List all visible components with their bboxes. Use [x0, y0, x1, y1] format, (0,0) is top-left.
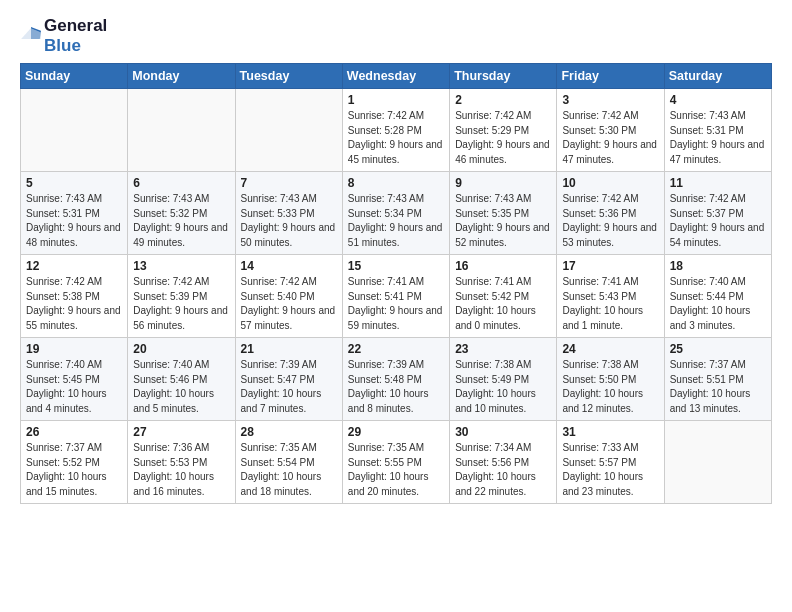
day-cell: 10Sunrise: 7:42 AMSunset: 5:36 PMDayligh… [557, 172, 664, 255]
day-number: 25 [670, 342, 766, 356]
day-number: 7 [241, 176, 337, 190]
weekday-header-row: SundayMondayTuesdayWednesdayThursdayFrid… [21, 64, 772, 89]
day-cell: 15Sunrise: 7:41 AMSunset: 5:41 PMDayligh… [342, 255, 449, 338]
day-cell: 8Sunrise: 7:43 AMSunset: 5:34 PMDaylight… [342, 172, 449, 255]
day-number: 4 [670, 93, 766, 107]
day-info: Sunrise: 7:36 AMSunset: 5:53 PMDaylight:… [133, 441, 229, 499]
week-row-3: 12Sunrise: 7:42 AMSunset: 5:38 PMDayligh… [21, 255, 772, 338]
day-info: Sunrise: 7:41 AMSunset: 5:41 PMDaylight:… [348, 275, 444, 333]
day-info: Sunrise: 7:40 AMSunset: 5:44 PMDaylight:… [670, 275, 766, 333]
day-cell: 17Sunrise: 7:41 AMSunset: 5:43 PMDayligh… [557, 255, 664, 338]
day-cell [235, 89, 342, 172]
day-number: 6 [133, 176, 229, 190]
day-number: 24 [562, 342, 658, 356]
day-info: Sunrise: 7:37 AMSunset: 5:52 PMDaylight:… [26, 441, 122, 499]
day-cell: 4Sunrise: 7:43 AMSunset: 5:31 PMDaylight… [664, 89, 771, 172]
day-cell: 16Sunrise: 7:41 AMSunset: 5:42 PMDayligh… [450, 255, 557, 338]
day-info: Sunrise: 7:38 AMSunset: 5:49 PMDaylight:… [455, 358, 551, 416]
weekday-header-thursday: Thursday [450, 64, 557, 89]
day-info: Sunrise: 7:42 AMSunset: 5:40 PMDaylight:… [241, 275, 337, 333]
day-number: 18 [670, 259, 766, 273]
day-cell: 29Sunrise: 7:35 AMSunset: 5:55 PMDayligh… [342, 421, 449, 504]
day-number: 13 [133, 259, 229, 273]
day-info: Sunrise: 7:41 AMSunset: 5:43 PMDaylight:… [562, 275, 658, 333]
day-number: 29 [348, 425, 444, 439]
day-info: Sunrise: 7:40 AMSunset: 5:45 PMDaylight:… [26, 358, 122, 416]
day-number: 17 [562, 259, 658, 273]
day-cell: 31Sunrise: 7:33 AMSunset: 5:57 PMDayligh… [557, 421, 664, 504]
day-cell [664, 421, 771, 504]
day-cell: 23Sunrise: 7:38 AMSunset: 5:49 PMDayligh… [450, 338, 557, 421]
day-number: 22 [348, 342, 444, 356]
weekday-header-wednesday: Wednesday [342, 64, 449, 89]
weekday-header-friday: Friday [557, 64, 664, 89]
day-cell: 11Sunrise: 7:42 AMSunset: 5:37 PMDayligh… [664, 172, 771, 255]
weekday-header-tuesday: Tuesday [235, 64, 342, 89]
day-number: 10 [562, 176, 658, 190]
day-cell: 20Sunrise: 7:40 AMSunset: 5:46 PMDayligh… [128, 338, 235, 421]
calendar-table: SundayMondayTuesdayWednesdayThursdayFrid… [20, 63, 772, 504]
day-number: 30 [455, 425, 551, 439]
logo-icon [20, 22, 42, 44]
week-row-1: 1Sunrise: 7:42 AMSunset: 5:28 PMDaylight… [21, 89, 772, 172]
day-number: 19 [26, 342, 122, 356]
day-info: Sunrise: 7:42 AMSunset: 5:29 PMDaylight:… [455, 109, 551, 167]
day-info: Sunrise: 7:43 AMSunset: 5:31 PMDaylight:… [670, 109, 766, 167]
day-cell: 22Sunrise: 7:39 AMSunset: 5:48 PMDayligh… [342, 338, 449, 421]
logo-text-blue: Blue [44, 36, 107, 56]
day-number: 8 [348, 176, 444, 190]
day-info: Sunrise: 7:42 AMSunset: 5:38 PMDaylight:… [26, 275, 122, 333]
day-cell: 21Sunrise: 7:39 AMSunset: 5:47 PMDayligh… [235, 338, 342, 421]
day-cell: 28Sunrise: 7:35 AMSunset: 5:54 PMDayligh… [235, 421, 342, 504]
week-row-5: 26Sunrise: 7:37 AMSunset: 5:52 PMDayligh… [21, 421, 772, 504]
day-cell [21, 89, 128, 172]
day-cell: 12Sunrise: 7:42 AMSunset: 5:38 PMDayligh… [21, 255, 128, 338]
day-info: Sunrise: 7:43 AMSunset: 5:35 PMDaylight:… [455, 192, 551, 250]
day-cell: 26Sunrise: 7:37 AMSunset: 5:52 PMDayligh… [21, 421, 128, 504]
day-info: Sunrise: 7:42 AMSunset: 5:30 PMDaylight:… [562, 109, 658, 167]
day-number: 5 [26, 176, 122, 190]
day-info: Sunrise: 7:43 AMSunset: 5:34 PMDaylight:… [348, 192, 444, 250]
day-number: 1 [348, 93, 444, 107]
week-row-2: 5Sunrise: 7:43 AMSunset: 5:31 PMDaylight… [21, 172, 772, 255]
weekday-header-sunday: Sunday [21, 64, 128, 89]
day-cell: 5Sunrise: 7:43 AMSunset: 5:31 PMDaylight… [21, 172, 128, 255]
day-cell: 19Sunrise: 7:40 AMSunset: 5:45 PMDayligh… [21, 338, 128, 421]
day-info: Sunrise: 7:35 AMSunset: 5:55 PMDaylight:… [348, 441, 444, 499]
day-info: Sunrise: 7:37 AMSunset: 5:51 PMDaylight:… [670, 358, 766, 416]
day-cell: 14Sunrise: 7:42 AMSunset: 5:40 PMDayligh… [235, 255, 342, 338]
day-info: Sunrise: 7:39 AMSunset: 5:47 PMDaylight:… [241, 358, 337, 416]
weekday-header-monday: Monday [128, 64, 235, 89]
day-info: Sunrise: 7:43 AMSunset: 5:31 PMDaylight:… [26, 192, 122, 250]
day-cell: 9Sunrise: 7:43 AMSunset: 5:35 PMDaylight… [450, 172, 557, 255]
day-info: Sunrise: 7:42 AMSunset: 5:37 PMDaylight:… [670, 192, 766, 250]
day-number: 14 [241, 259, 337, 273]
day-cell: 30Sunrise: 7:34 AMSunset: 5:56 PMDayligh… [450, 421, 557, 504]
day-cell: 7Sunrise: 7:43 AMSunset: 5:33 PMDaylight… [235, 172, 342, 255]
day-info: Sunrise: 7:43 AMSunset: 5:33 PMDaylight:… [241, 192, 337, 250]
day-number: 2 [455, 93, 551, 107]
day-cell: 25Sunrise: 7:37 AMSunset: 5:51 PMDayligh… [664, 338, 771, 421]
day-cell: 1Sunrise: 7:42 AMSunset: 5:28 PMDaylight… [342, 89, 449, 172]
logo-text-general: General [44, 16, 107, 36]
day-cell: 3Sunrise: 7:42 AMSunset: 5:30 PMDaylight… [557, 89, 664, 172]
day-number: 31 [562, 425, 658, 439]
day-number: 11 [670, 176, 766, 190]
day-info: Sunrise: 7:42 AMSunset: 5:39 PMDaylight:… [133, 275, 229, 333]
day-cell: 18Sunrise: 7:40 AMSunset: 5:44 PMDayligh… [664, 255, 771, 338]
page-container: General Blue SundayMondayTuesdayWednesda… [0, 0, 792, 514]
day-info: Sunrise: 7:35 AMSunset: 5:54 PMDaylight:… [241, 441, 337, 499]
logo: General Blue [20, 16, 107, 55]
day-number: 12 [26, 259, 122, 273]
day-info: Sunrise: 7:42 AMSunset: 5:28 PMDaylight:… [348, 109, 444, 167]
day-info: Sunrise: 7:33 AMSunset: 5:57 PMDaylight:… [562, 441, 658, 499]
day-number: 20 [133, 342, 229, 356]
day-cell: 6Sunrise: 7:43 AMSunset: 5:32 PMDaylight… [128, 172, 235, 255]
day-cell [128, 89, 235, 172]
day-number: 21 [241, 342, 337, 356]
day-number: 3 [562, 93, 658, 107]
week-row-4: 19Sunrise: 7:40 AMSunset: 5:45 PMDayligh… [21, 338, 772, 421]
day-cell: 2Sunrise: 7:42 AMSunset: 5:29 PMDaylight… [450, 89, 557, 172]
day-cell: 27Sunrise: 7:36 AMSunset: 5:53 PMDayligh… [128, 421, 235, 504]
weekday-header-saturday: Saturday [664, 64, 771, 89]
